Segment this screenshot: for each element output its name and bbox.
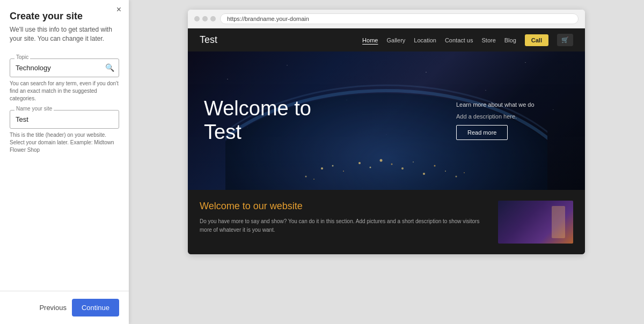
bottom-text: Welcome to our website Do you have more … (200, 201, 487, 234)
call-button[interactable]: Call (525, 34, 548, 46)
continue-button[interactable]: Continue (72, 299, 119, 316)
svg-point-6 (358, 162, 361, 164)
svg-point-17 (456, 176, 457, 178)
nav-location[interactable]: Location (414, 37, 436, 43)
close-button[interactable]: × (116, 5, 121, 14)
site-nav-links: Home Gallery Location Contact us Store B… (362, 34, 573, 46)
dot-green (210, 16, 216, 21)
nav-gallery[interactable]: Gallery (386, 37, 405, 43)
svg-point-12 (423, 173, 425, 175)
svg-point-7 (370, 167, 371, 168)
read-more-button[interactable]: Read more (456, 125, 508, 140)
svg-point-14 (445, 171, 446, 172)
site-name-hint: This is the title (header) on your websi… (10, 131, 119, 154)
svg-point-4 (332, 165, 334, 167)
browser-chrome: https://brandname.your-domain (188, 10, 585, 28)
url-bar: https://brandname.your-domain (220, 13, 579, 24)
preview-panel: https://brandname.your-domain Test Home … (129, 0, 644, 324)
search-icon[interactable]: 🔍 (105, 63, 114, 72)
svg-point-11 (413, 161, 414, 163)
site-preview: Test Home Gallery Location Contact us St… (188, 28, 585, 254)
bottom-image (498, 201, 573, 244)
nav-store[interactable]: Store (481, 37, 495, 43)
hero-tagline: Learn more about what we do (456, 101, 569, 108)
nav-home[interactable]: Home (362, 37, 378, 43)
svg-point-9 (391, 164, 393, 165)
hero-right: Learn more about what we do Add a descri… (456, 101, 585, 140)
svg-point-16 (313, 179, 314, 180)
svg-point-3 (321, 167, 323, 170)
panel-subtitle: We'll use this info to get started with … (10, 25, 119, 43)
topic-label: Topic (14, 54, 30, 60)
previous-button[interactable]: Previous (39, 304, 67, 312)
svg-point-5 (343, 171, 344, 172)
svg-point-13 (434, 165, 436, 167)
topic-field-wrapper: Topic 🔍 (10, 58, 119, 77)
svg-point-8 (380, 159, 383, 162)
bottom-section-title: Welcome to our website (200, 201, 487, 212)
svg-point-18 (464, 172, 465, 173)
hero-title: Welcome to Test (204, 97, 440, 144)
nav-blog[interactable]: Blog (504, 37, 516, 43)
dot-red (194, 16, 200, 21)
browser-frame: https://brandname.your-domain Test Home … (188, 10, 585, 254)
site-name-label: Name your site (14, 106, 54, 112)
topic-hint: You can search for any term, even if you… (10, 80, 119, 102)
dot-yellow (202, 16, 208, 21)
site-name-input[interactable] (10, 111, 119, 128)
create-site-panel: × Create your site We'll use this info t… (0, 0, 129, 324)
svg-point-15 (305, 176, 307, 178)
panel-title: Create your site (10, 11, 119, 22)
hero-section: Welcome to Test Learn more about what we… (188, 51, 585, 190)
site-logo: Test (200, 34, 217, 46)
nav-contact[interactable]: Contact us (445, 37, 473, 43)
bottom-section-desc: Do you have more to say and show? You ca… (200, 217, 487, 234)
hero-text: Welcome to Test (188, 97, 456, 144)
site-nav: Test Home Gallery Location Contact us St… (188, 28, 585, 51)
site-name-field-group: Name your site This is the title (header… (10, 110, 119, 154)
site-name-field-wrapper: Name your site (10, 110, 119, 129)
panel-footer: Previous Continue (0, 291, 129, 324)
cart-button[interactable]: 🛒 (557, 34, 573, 46)
topic-field-group: Topic 🔍 You can search for any term, eve… (10, 58, 119, 102)
svg-point-10 (401, 167, 404, 170)
topic-input[interactable] (10, 59, 119, 77)
hero-desc: Add a description here. (456, 113, 569, 120)
site-bottom-section: Welcome to our website Do you have more … (188, 190, 585, 254)
browser-dots (194, 16, 216, 21)
